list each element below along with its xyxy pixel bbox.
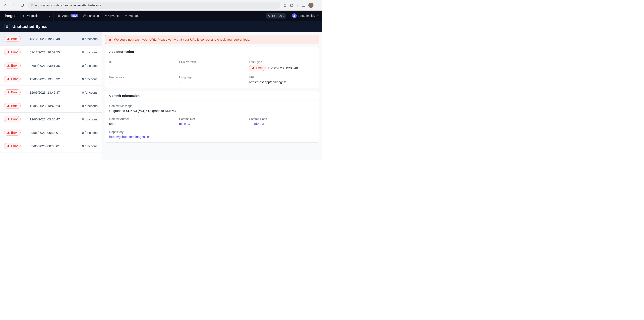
environment-switcher[interactable]: Production — [20, 11, 54, 21]
site-info-icon — [30, 3, 34, 7]
sync-timestamp: 07/09/2023, 23:51:36 — [24, 64, 78, 67]
warning-icon — [7, 145, 10, 147]
label-commit-author: Commit Author — [109, 117, 175, 121]
page-header: Unattached Syncs — [0, 21, 322, 32]
value-language: - — [179, 80, 245, 84]
menu-icon[interactable] — [316, 3, 320, 7]
last-sync-status-pill: Error — [249, 65, 266, 71]
sync-timestamp: 09/06/2023, 00:38:01 — [24, 144, 78, 148]
error-alert: We could not reach your URL. Please veri… — [105, 35, 319, 44]
sync-timestamp: 09/06/2023, 00:38:01 — [24, 131, 78, 134]
browser-toolbar: app.inngest.com/env/production/unattache… — [0, 0, 322, 11]
profile-avatar[interactable] — [308, 3, 314, 8]
value-commit-author: user — [109, 122, 175, 126]
url-text: app.inngest.com/env/production/unattache… — [35, 3, 102, 7]
nav-functions[interactable]: Functions — [83, 14, 100, 17]
value-framework: - — [109, 80, 175, 84]
sync-functions-count: 0 functions — [82, 77, 98, 81]
label-id: ID — [109, 60, 175, 64]
external-link-icon — [188, 122, 190, 125]
label-commit-message: Commit Message — [109, 104, 314, 108]
back-button[interactable] — [2, 2, 8, 8]
page-icon — [4, 24, 10, 29]
page-title: Unattached Syncs — [12, 24, 48, 29]
warning-icon — [7, 37, 10, 40]
external-link-icon — [147, 135, 150, 138]
warning-icon — [7, 118, 10, 121]
status-pill: Error — [4, 143, 21, 149]
sync-row[interactable]: Error 09/06/2023, 00:38:01 0 functions — [0, 139, 102, 153]
logo[interactable]: inngest — [2, 14, 20, 18]
nav-manage[interactable]: Manage — [124, 14, 140, 17]
sync-row[interactable]: Error 01/12/2023, 20:02:53 0 functions — [0, 45, 102, 59]
repository-link[interactable]: https://github.com/inngest — [109, 135, 150, 138]
label-sdk: SDK Version — [179, 60, 245, 64]
sync-row[interactable]: Error 12/06/2023, 13:49:32 0 functions — [0, 72, 102, 86]
sync-timestamp: 12/06/2023, 09:38:47 — [24, 117, 78, 121]
environment-status-dot — [22, 15, 24, 16]
events-icon — [105, 15, 109, 17]
sync-timestamp: 01/12/2023, 20:02:53 — [24, 50, 78, 54]
label-language: Language — [179, 75, 245, 79]
sync-functions-count: 0 functions — [82, 131, 98, 134]
nav-apps[interactable]: Apps New — [58, 14, 78, 17]
manage-icon — [124, 14, 127, 17]
svg-rect-18 — [7, 27, 8, 28]
commit-hash-link[interactable]: 102af28 — [249, 122, 264, 126]
svg-rect-0 — [31, 4, 33, 6]
svg-point-14 — [294, 15, 295, 16]
svg-rect-1 — [302, 4, 305, 6]
svg-rect-15 — [6, 25, 7, 26]
sync-timestamp: 13/12/2023, 19:38:48 — [24, 37, 78, 41]
sync-row[interactable]: Error 09/06/2023, 00:38:01 0 functions — [0, 126, 102, 139]
status-pill: Error — [4, 76, 21, 82]
app-info-card: App Information ID - SDK Version - Last … — [105, 47, 319, 88]
address-bar[interactable]: app.inngest.com/env/production/unattache… — [28, 2, 280, 9]
top-nav: inngest Production Apps New Functions Ev… — [0, 11, 322, 21]
label-url: URL — [249, 75, 314, 79]
sync-functions-count: 0 functions — [82, 117, 98, 121]
sync-row[interactable]: Error 13/12/2023, 19:38:48 0 functions — [0, 32, 102, 45]
sync-timestamp: 12/06/2023, 13:42:23 — [24, 104, 78, 108]
warning-icon — [7, 64, 10, 67]
sync-functions-count: 0 functions — [82, 37, 98, 41]
panel-icon[interactable] — [302, 3, 306, 7]
svg-point-13 — [268, 15, 270, 16]
commit-info-card: Commit Information Commit Message Upgrad… — [105, 91, 319, 143]
sync-functions-count: 0 functions — [82, 104, 98, 108]
detail-panel: We could not reach your URL. Please veri… — [102, 32, 322, 160]
chevron-down-icon — [317, 14, 320, 17]
sync-timestamp: 12/06/2023, 13:45:37 — [24, 91, 78, 94]
label-repository: Repository — [109, 130, 314, 134]
sync-timestamp: 12/06/2023, 13:49:32 — [24, 77, 78, 81]
sync-row[interactable]: Error 07/09/2023, 23:51:36 0 functions — [0, 59, 102, 72]
nav-events[interactable]: Events — [105, 14, 120, 17]
reload-button[interactable] — [19, 2, 25, 8]
svg-point-10 — [105, 15, 106, 16]
search-shortcut[interactable]: ID │ ⌘K — [266, 13, 286, 18]
sync-functions-count: 0 functions — [82, 64, 98, 67]
commit-heading: Commit Information — [105, 91, 319, 100]
svg-rect-7 — [58, 16, 59, 17]
commit-ref-link[interactable]: main — [179, 122, 190, 126]
user-avatar — [292, 13, 297, 18]
svg-rect-5 — [58, 15, 59, 16]
star-icon[interactable] — [283, 3, 287, 7]
value-url: https://test.app/api/inngest — [249, 80, 314, 84]
warning-icon — [7, 51, 10, 54]
external-link-icon — [262, 122, 264, 125]
sync-row[interactable]: Error 12/06/2023, 09:38:47 0 functions — [0, 113, 102, 126]
value-commit-message: Upgrade to SDK v3 (#44) * Upgrade to SDK… — [109, 109, 314, 113]
sync-row[interactable]: Error 12/06/2023, 13:42:23 0 functions — [0, 99, 102, 113]
label-last-sync: Last Sync — [249, 60, 314, 64]
extensions-icon[interactable] — [290, 3, 294, 7]
label-commit-ref: Commit Ref — [179, 117, 245, 121]
svg-rect-17 — [6, 27, 7, 28]
search-icon — [268, 14, 271, 17]
svg-point-2 — [318, 4, 318, 4]
sync-functions-count: 0 functions — [82, 91, 98, 94]
forward-button[interactable] — [11, 2, 16, 8]
user-menu[interactable]: Ana Almeida — [289, 13, 320, 18]
sync-row[interactable]: Error 12/06/2023, 13:45:37 0 functions — [0, 86, 102, 99]
app-info-heading: App Information — [105, 47, 319, 56]
